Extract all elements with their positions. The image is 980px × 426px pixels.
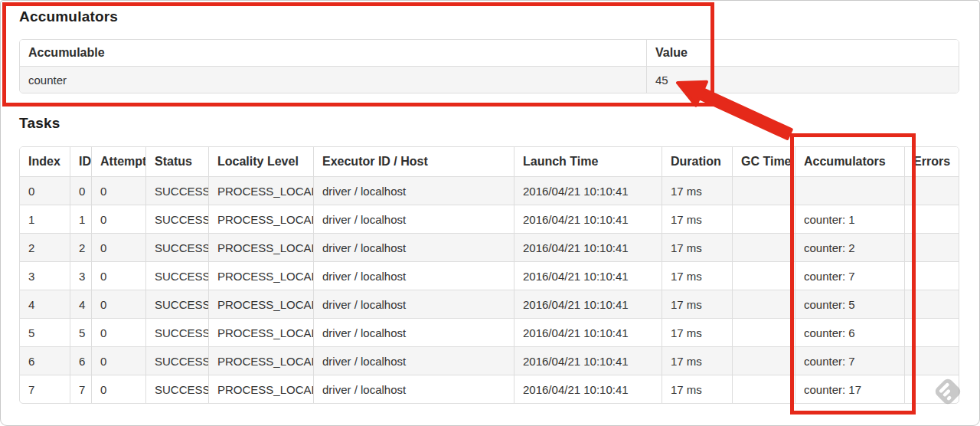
cell-duration: 17 ms: [662, 318, 732, 346]
cell-status: SUCCESS: [145, 261, 208, 290]
table-row: 2 2 0 SUCCESS PROCESS_LOCAL driver / loc…: [20, 233, 959, 261]
column-header-gc-time[interactable]: GC Time: [732, 147, 795, 176]
cell-launch-time: 2016/04/21 10:10:41: [514, 290, 662, 318]
cell-executor: driver / localhost: [313, 233, 514, 261]
cell-accumulators: counter: 17: [795, 375, 904, 403]
cell-gc-time: [732, 318, 795, 346]
column-header-executor-id-host[interactable]: Executor ID / Host: [313, 147, 514, 176]
column-header-status[interactable]: Status: [145, 147, 208, 176]
sort-ascending-icon: ▲: [69, 158, 70, 166]
cell-locality: PROCESS_LOCAL: [208, 290, 313, 318]
cell-id: 7: [70, 375, 91, 403]
column-header-locality-level[interactable]: Locality Level: [208, 147, 313, 176]
column-header-accumulable[interactable]: Accumulable: [20, 40, 646, 66]
cell-id: 3: [70, 261, 91, 290]
table-row: 4 4 0 SUCCESS PROCESS_LOCAL driver / loc…: [20, 290, 959, 318]
cell-gc-time: [732, 375, 795, 403]
column-header-attempt[interactable]: Attempt: [91, 147, 145, 176]
cell-locality: PROCESS_LOCAL: [208, 205, 313, 233]
cell-attempt: 0: [91, 318, 145, 346]
cell-locality: PROCESS_LOCAL: [208, 318, 313, 346]
cell-gc-time: [732, 176, 795, 205]
table-row: 7 7 0 SUCCESS PROCESS_LOCAL driver / loc…: [20, 375, 959, 403]
cell-accumulators: counter: 1: [795, 205, 904, 233]
column-header-errors[interactable]: Errors: [904, 147, 959, 176]
cell-status: SUCCESS: [145, 318, 208, 346]
table-row: 6 6 0 SUCCESS PROCESS_LOCAL driver / loc…: [20, 346, 959, 375]
cell-duration: 17 ms: [662, 375, 732, 403]
cell-id: 5: [70, 318, 91, 346]
cell-executor: driver / localhost: [313, 176, 514, 205]
cell-attempt: 0: [91, 176, 145, 205]
column-header-launch-time[interactable]: Launch Time: [514, 147, 662, 176]
cell-errors: [904, 205, 959, 233]
column-header-accumulators[interactable]: Accumulators: [795, 147, 904, 176]
cell-status: SUCCESS: [145, 176, 208, 205]
tasks-table: Index▲ ID Attempt Status Locality Level …: [19, 146, 959, 404]
cell-id: 0: [70, 176, 91, 205]
cell-id: 2: [70, 233, 91, 261]
cell-gc-time: [732, 290, 795, 318]
cell-attempt: 0: [91, 375, 145, 403]
cell-launch-time: 2016/04/21 10:10:41: [514, 346, 662, 375]
cell-errors: [904, 290, 959, 318]
cell-index: 2: [20, 233, 70, 261]
cell-index: 7: [20, 375, 70, 403]
cell-gc-time: [732, 233, 795, 261]
column-header-index-label: Index: [28, 155, 60, 168]
cell-duration: 17 ms: [662, 176, 732, 205]
cell-accumulators: [795, 176, 904, 205]
column-header-duration[interactable]: Duration: [662, 147, 732, 176]
cell-attempt: 0: [91, 261, 145, 290]
cell-id: 4: [70, 290, 91, 318]
cell-status: SUCCESS: [145, 346, 208, 375]
column-header-value[interactable]: Value: [646, 40, 959, 66]
cell-locality: PROCESS_LOCAL: [208, 346, 313, 375]
cell-errors: [904, 375, 959, 403]
cell-status: SUCCESS: [145, 375, 208, 403]
cell-errors: [904, 261, 959, 290]
accumulators-table: Accumulable Value counter 45: [19, 39, 959, 93]
cell-duration: 17 ms: [662, 261, 732, 290]
table-header-row: Index▲ ID Attempt Status Locality Level …: [20, 147, 959, 176]
cell-launch-time: 2016/04/21 10:10:41: [514, 375, 662, 403]
table-header-row: Accumulable Value: [20, 40, 959, 66]
cell-accumulable: counter: [20, 66, 646, 93]
table-row: 3 3 0 SUCCESS PROCESS_LOCAL driver / loc…: [20, 261, 959, 290]
cell-errors: [904, 318, 959, 346]
cell-locality: PROCESS_LOCAL: [208, 375, 313, 403]
cell-accumulators: counter: 7: [795, 346, 904, 375]
cell-gc-time: [732, 346, 795, 375]
cell-attempt: 0: [91, 290, 145, 318]
cell-id: 6: [70, 346, 91, 375]
cell-index: 1: [20, 205, 70, 233]
column-header-id[interactable]: ID: [70, 147, 91, 176]
column-header-index[interactable]: Index▲: [20, 147, 70, 176]
cell-accumulators: counter: 5: [795, 290, 904, 318]
cell-duration: 17 ms: [662, 290, 732, 318]
cell-gc-time: [732, 205, 795, 233]
cell-attempt: 0: [91, 233, 145, 261]
cell-executor: driver / localhost: [313, 261, 514, 290]
cell-accumulators: counter: 2: [795, 233, 904, 261]
cell-executor: driver / localhost: [313, 346, 514, 375]
cell-accumulators: counter: 7: [795, 261, 904, 290]
table-row: 5 5 0 SUCCESS PROCESS_LOCAL driver / loc…: [20, 318, 959, 346]
cell-accumulators: counter: 6: [795, 318, 904, 346]
tasks-section-title: Tasks: [19, 114, 60, 132]
cell-status: SUCCESS: [145, 290, 208, 318]
cell-executor: driver / localhost: [313, 205, 514, 233]
cell-index: 4: [20, 290, 70, 318]
table-row: 1 1 0 SUCCESS PROCESS_LOCAL driver / loc…: [20, 205, 959, 233]
cell-status: SUCCESS: [145, 205, 208, 233]
cell-launch-time: 2016/04/21 10:10:41: [514, 318, 662, 346]
cell-id: 1: [70, 205, 91, 233]
cell-duration: 17 ms: [662, 346, 732, 375]
cell-locality: PROCESS_LOCAL: [208, 176, 313, 205]
table-row: 0 0 0 SUCCESS PROCESS_LOCAL driver / loc…: [20, 176, 959, 205]
cell-launch-time: 2016/04/21 10:10:41: [514, 176, 662, 205]
cell-index: 5: [20, 318, 70, 346]
cell-executor: driver / localhost: [313, 375, 514, 403]
table-row: counter 45: [20, 66, 959, 93]
cell-duration: 17 ms: [662, 233, 732, 261]
